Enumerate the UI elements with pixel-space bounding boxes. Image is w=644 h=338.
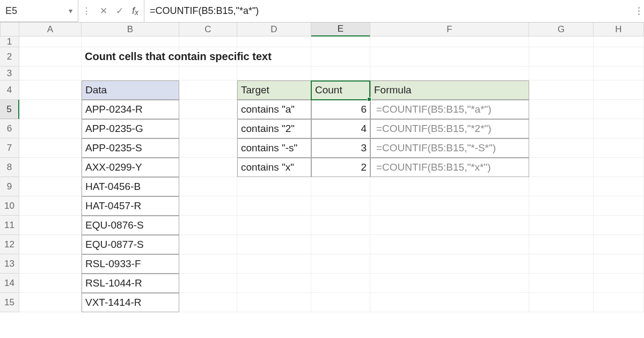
cell-C7[interactable] bbox=[179, 138, 237, 158]
cell-C4[interactable] bbox=[179, 80, 237, 100]
cell-G3[interactable] bbox=[529, 67, 594, 80]
cell-H13[interactable] bbox=[594, 254, 644, 274]
formula-header[interactable]: Formula bbox=[370, 80, 529, 100]
cell-H8[interactable] bbox=[594, 158, 644, 177]
cancel-icon[interactable]: ✕ bbox=[100, 5, 107, 17]
cell-G11[interactable] bbox=[529, 216, 594, 235]
data-row[interactable]: EQU-0876-S bbox=[82, 216, 179, 235]
cell-E14[interactable] bbox=[311, 274, 370, 293]
cell-A10[interactable] bbox=[19, 196, 82, 216]
cell-G15[interactable] bbox=[529, 293, 594, 312]
cell-D3[interactable] bbox=[237, 67, 311, 80]
row-header-10[interactable]: 10 bbox=[0, 196, 19, 216]
target-cell[interactable]: contains "-s" bbox=[237, 138, 311, 158]
cell-E11[interactable] bbox=[311, 216, 370, 235]
target-cell[interactable]: contains "2" bbox=[237, 119, 311, 138]
cell-E9[interactable] bbox=[311, 177, 370, 196]
row-header-2[interactable]: 2 bbox=[0, 47, 19, 67]
cell-C15[interactable] bbox=[179, 293, 237, 312]
cell-A6[interactable] bbox=[19, 119, 82, 138]
cell-F15[interactable] bbox=[370, 293, 529, 312]
cell-C11[interactable] bbox=[179, 216, 237, 235]
col-header-A[interactable]: A bbox=[19, 23, 82, 36]
cell-F1[interactable] bbox=[370, 36, 529, 47]
cell-G1[interactable] bbox=[529, 36, 594, 47]
cell-H1[interactable] bbox=[594, 36, 644, 47]
cell-F3[interactable] bbox=[370, 67, 529, 80]
formula-cell[interactable]: =COUNTIF(B5:B15,"*x*") bbox=[370, 158, 529, 177]
cell-F11[interactable] bbox=[370, 216, 529, 235]
col-header-H[interactable]: H bbox=[594, 23, 644, 36]
cell-A11[interactable] bbox=[19, 216, 82, 235]
cell-G4[interactable] bbox=[529, 80, 594, 100]
cell-H11[interactable] bbox=[594, 216, 644, 235]
cell-A9[interactable] bbox=[19, 177, 82, 196]
cell-E12[interactable] bbox=[311, 235, 370, 254]
data-row[interactable]: AXX-0299-Y bbox=[82, 158, 179, 177]
cell-A13[interactable] bbox=[19, 254, 82, 274]
cell-E10[interactable] bbox=[311, 196, 370, 216]
cell-G10[interactable] bbox=[529, 196, 594, 216]
cell-A8[interactable] bbox=[19, 158, 82, 177]
cell-C5[interactable] bbox=[179, 100, 237, 119]
cell-A1[interactable] bbox=[19, 36, 82, 47]
cell-E15[interactable] bbox=[311, 293, 370, 312]
cell-H12[interactable] bbox=[594, 235, 644, 254]
cell-F12[interactable] bbox=[370, 235, 529, 254]
cell-C8[interactable] bbox=[179, 158, 237, 177]
cell-F9[interactable] bbox=[370, 177, 529, 196]
cell-G8[interactable] bbox=[529, 158, 594, 177]
cell-D14[interactable] bbox=[237, 274, 311, 293]
data-row[interactable]: EQU-0877-S bbox=[82, 235, 179, 254]
data-row[interactable]: VXT-1414-R bbox=[82, 293, 179, 312]
cell-B3[interactable] bbox=[82, 67, 179, 80]
row-header-3[interactable]: 3 bbox=[0, 67, 19, 80]
count-cell[interactable]: 2 bbox=[311, 158, 370, 177]
cell-C3[interactable] bbox=[179, 67, 237, 80]
cell-G2[interactable] bbox=[529, 47, 594, 67]
row-header-1[interactable]: 1 bbox=[0, 36, 19, 47]
col-header-G[interactable]: G bbox=[529, 23, 594, 36]
col-header-B[interactable]: B bbox=[82, 23, 179, 36]
row-header-12[interactable]: 12 bbox=[0, 235, 19, 254]
cell-A4[interactable] bbox=[19, 80, 82, 100]
cell-E13[interactable] bbox=[311, 254, 370, 274]
cell-B2[interactable]: Count cells that contain specific text bbox=[82, 47, 179, 67]
col-header-E[interactable]: E bbox=[311, 23, 370, 36]
row-header-11[interactable]: 11 bbox=[0, 216, 19, 235]
cell-G13[interactable] bbox=[529, 254, 594, 274]
cell-H15[interactable] bbox=[594, 293, 644, 312]
data-row[interactable]: RSL-1044-R bbox=[82, 274, 179, 293]
count-cell[interactable]: 4 bbox=[311, 119, 370, 138]
row-header-9[interactable]: 9 bbox=[0, 177, 19, 196]
cell-G9[interactable] bbox=[529, 177, 594, 196]
cell-F2[interactable] bbox=[370, 47, 529, 67]
data-row[interactable]: RSL-0933-F bbox=[82, 254, 179, 274]
row-header-5[interactable]: 5 bbox=[0, 100, 19, 119]
cell-E2[interactable] bbox=[311, 47, 370, 67]
cell-D13[interactable] bbox=[237, 254, 311, 274]
cell-C10[interactable] bbox=[179, 196, 237, 216]
cell-A12[interactable] bbox=[19, 235, 82, 254]
cell-C1[interactable] bbox=[179, 36, 237, 47]
cell-A14[interactable] bbox=[19, 274, 82, 293]
cell-D12[interactable] bbox=[237, 235, 311, 254]
cell-F14[interactable] bbox=[370, 274, 529, 293]
row-header-4[interactable]: 4 bbox=[0, 80, 19, 100]
count-cell[interactable]: 6 bbox=[311, 100, 370, 119]
cell-G6[interactable] bbox=[529, 119, 594, 138]
cell-H10[interactable] bbox=[594, 196, 644, 216]
data-row[interactable]: APP-0234-R bbox=[82, 100, 179, 119]
cell-A5[interactable] bbox=[19, 100, 82, 119]
cell-C12[interactable] bbox=[179, 235, 237, 254]
cell-D10[interactable] bbox=[237, 196, 311, 216]
cell-H9[interactable] bbox=[594, 177, 644, 196]
cell-G5[interactable] bbox=[529, 100, 594, 119]
cell-D15[interactable] bbox=[237, 293, 311, 312]
data-row[interactable]: HAT-0457-R bbox=[82, 196, 179, 216]
col-header-F[interactable]: F bbox=[370, 23, 529, 36]
cell-A15[interactable] bbox=[19, 293, 82, 312]
formula-cell[interactable]: =COUNTIF(B5:B15,"*-S*") bbox=[370, 138, 529, 158]
cell-D1[interactable] bbox=[237, 36, 311, 47]
cell-C13[interactable] bbox=[179, 254, 237, 274]
